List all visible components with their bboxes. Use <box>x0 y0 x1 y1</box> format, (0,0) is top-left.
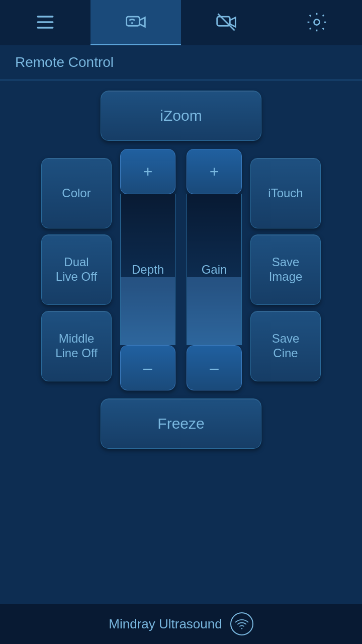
itouch-button[interactable]: iTouch <box>250 158 321 228</box>
nav-tab-settings[interactable] <box>272 0 362 45</box>
depth-plus-button[interactable]: + <box>120 149 175 194</box>
top-navigation <box>0 0 362 45</box>
remote-on-icon <box>125 11 147 33</box>
izoom-button[interactable]: iZoom <box>101 91 261 141</box>
svg-point-7 <box>314 19 320 25</box>
nav-tab-list[interactable] <box>0 0 90 45</box>
freeze-button[interactable]: Freeze <box>101 398 261 449</box>
page-title: Remote Control <box>15 54 114 70</box>
gain-slider: + Gain – <box>184 149 244 390</box>
dual-live-off-button[interactable]: Dual Live Off <box>41 234 112 305</box>
wifi-icon <box>235 617 249 631</box>
page-title-bar: Remote Control <box>0 45 362 79</box>
nav-tab-remote-on[interactable] <box>90 0 181 45</box>
color-button[interactable]: Color <box>41 158 112 228</box>
remote-off-icon <box>215 11 237 33</box>
gain-label: Gain <box>202 263 227 277</box>
gain-track: Gain <box>187 194 242 345</box>
depth-track: Depth <box>120 194 175 345</box>
save-image-button[interactable]: Save Image <box>250 234 321 305</box>
gain-minus-button[interactable]: – <box>187 345 242 390</box>
svg-rect-0 <box>37 16 54 18</box>
save-cine-button[interactable]: Save Cine <box>250 311 321 381</box>
depth-slider: + Depth – <box>118 149 178 390</box>
depth-fill <box>121 277 175 345</box>
footer: Mindray Ultrasound <box>0 604 362 644</box>
footer-text: Mindray Ultrasound <box>109 616 222 632</box>
nav-tab-remote-off[interactable] <box>181 0 272 45</box>
svg-point-8 <box>241 628 242 629</box>
middle-line-off-button[interactable]: Middle Line Off <box>41 311 112 381</box>
svg-rect-1 <box>37 21 54 23</box>
controls-row: Color Dual Live Off Middle Line Off + De… <box>10 149 352 390</box>
depth-label: Depth <box>132 263 164 277</box>
depth-minus-button[interactable]: – <box>120 345 175 390</box>
svg-point-4 <box>131 22 133 24</box>
svg-rect-2 <box>37 27 54 29</box>
svg-rect-3 <box>127 17 140 26</box>
list-icon <box>34 11 56 33</box>
gain-fill <box>187 277 241 345</box>
right-column: iTouch Save Image Save Cine <box>250 158 321 381</box>
gain-plus-button[interactable]: + <box>187 149 242 194</box>
settings-icon <box>306 11 328 33</box>
main-content: iZoom Color Dual Live Off Middle Line Of… <box>0 80 362 604</box>
wifi-icon-container <box>230 612 253 635</box>
left-column: Color Dual Live Off Middle Line Off <box>41 158 112 381</box>
